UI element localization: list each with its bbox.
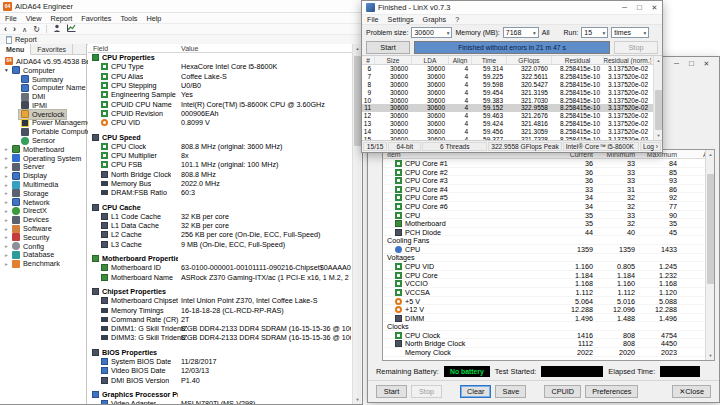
sidebar-tree-item[interactable]: Network: [0, 198, 86, 207]
field-row[interactable]: L2 Cache 256 KB per core (On-Die, ECC, F…: [88, 230, 352, 239]
result-row[interactable]: 13 30600 30600 4 59.424 321.4816 8.25841…: [362, 120, 662, 128]
aida64-titlebar[interactable]: AIDA64 Engineer: [0, 0, 362, 13]
sensor-row[interactable]: North Bridge Clock 1112 808 4450 4375.8: [383, 339, 714, 348]
sensor-row[interactable]: +12 V 12.288 12.096 12.288 12.202: [383, 305, 714, 314]
sidebar-tree-item[interactable]: Server: [0, 163, 86, 172]
field-row[interactable]: Memory Timings 16-18-18-28 (CL-RCD-RP-RA…: [88, 305, 352, 314]
scrollbar-thumb[interactable]: [707, 174, 714, 284]
tree-expander-icon[interactable]: [3, 190, 10, 196]
menu-item[interactable]: File: [367, 15, 379, 24]
field-row[interactable]: Chipset Properties: [88, 287, 352, 296]
menu-item[interactable]: Favorites: [81, 14, 111, 23]
field-row[interactable]: Video BIOS Date 12/03/13: [88, 366, 352, 375]
tree-expander-icon[interactable]: [3, 146, 10, 152]
field-row[interactable]: L1 Code Cache 32 KB per core: [88, 212, 352, 221]
field-row[interactable]: CPU Type HexaCore Intel Core i5-8600K: [88, 62, 352, 71]
field-row[interactable]: Command Rate (CR) 2T: [88, 315, 352, 324]
tab-favorites[interactable]: Favorites: [31, 44, 73, 54]
sidebar-tree-item[interactable]: Portable Computer: [0, 127, 86, 136]
field-row[interactable]: CPU FSB 101.1 MHz (original: 100 MHz): [88, 160, 352, 169]
back-icon[interactable]: [4, 24, 7, 34]
sensor-row[interactable]: Motherboard 35 32 35 34.4: [383, 219, 714, 228]
field-row[interactable]: Motherboard Name ASRock Z370 Gaming-ITX/…: [88, 273, 352, 282]
sensor-row[interactable]: CPU 35 33 90 73.9: [383, 211, 714, 220]
result-row[interactable]: 9 30600 30600 4 59.454 321.3195 8.258415…: [362, 88, 662, 96]
field-row[interactable]: DRAM:FSB Ratio 60:3: [88, 188, 352, 197]
close-button[interactable]: [699, 58, 714, 69]
scroll-down-icon[interactable]: [353, 395, 362, 404]
minimize-button[interactable]: [669, 58, 684, 69]
sensor-row[interactable]: VCCIO 1.168 1.160 1.168 1.167: [383, 279, 714, 288]
sensor-row[interactable]: CPU Core #2 36 33 85 68.3: [383, 168, 714, 177]
field-row[interactable]: DIMM3: G Skill TridentZ F4-3... 8 GB DDR…: [88, 333, 352, 342]
sensor-row[interactable]: CPU Core #4 33 31 86 67.9: [383, 185, 714, 194]
run-select[interactable]: 15: [581, 27, 608, 38]
tree-expander-icon[interactable]: [3, 226, 10, 232]
field-row[interactable]: CPU Multiplier 8x: [88, 151, 352, 160]
field-row[interactable]: Memory Bus 2022.0 MHz: [88, 179, 352, 188]
sidebar-tree-item[interactable]: Database: [0, 251, 86, 260]
sidebar-tree-item[interactable]: Sensor: [0, 136, 86, 145]
sensor-row[interactable]: VCCSA 1.112 1.112 1.120 1.120: [383, 288, 714, 297]
sidebar-tree-item[interactable]: Devices: [0, 215, 86, 224]
sidebar-tree-item[interactable]: Multimedia: [0, 180, 86, 189]
field-row[interactable]: North Bridge Clock 808.8 MHz: [88, 170, 352, 179]
sensor-row[interactable]: Cooling Fans: [383, 236, 714, 245]
maximize-button[interactable]: [632, 2, 647, 13]
result-row[interactable]: 11 30600 30600 4 59.152 322.9558 8.25841…: [362, 104, 662, 112]
sidebar-tree-item[interactable]: Security: [0, 233, 86, 242]
tab-menu[interactable]: Menu: [0, 44, 31, 55]
sensor-row[interactable]: CPU Core #1 36 33 84 65.9: [383, 159, 714, 168]
sidebar-tree-item[interactable]: DMI: [0, 92, 86, 101]
field-row[interactable]: DMI BIOS Version P1.40: [88, 376, 352, 385]
user-icon[interactable]: [53, 24, 61, 34]
result-row[interactable]: 6 30600 30600 4 59.314 322.0760 8.258415…: [362, 65, 662, 73]
close-button[interactable]: Close: [672, 385, 711, 398]
field-row[interactable]: CPU Alias Coffee Lake-S: [88, 72, 352, 81]
tree-expander-icon[interactable]: [3, 243, 10, 249]
save-button[interactable]: Save: [495, 385, 526, 398]
menu-item[interactable]: Settings: [388, 15, 414, 24]
field-row[interactable]: DIMM1: G Skill TridentZ F4-3... 8 GB DDR…: [88, 324, 352, 333]
sensor-row[interactable]: Clocks: [383, 322, 714, 331]
sensor-row[interactable]: Voltages: [383, 254, 714, 263]
preferences-button[interactable]: Preferences: [585, 385, 638, 398]
sensor-scrollbar[interactable]: [705, 150, 714, 360]
scroll-up-icon[interactable]: [706, 150, 715, 159]
scrollbar-thumb[interactable]: [655, 90, 662, 130]
field-row[interactable]: L3 Cache 9 MB (On-Die, ECC, Full-Speed): [88, 240, 352, 249]
sidebar-tree-item[interactable]: Overclock: [0, 110, 86, 119]
sensor-row[interactable]: CPU Core 1.184 1.184 1.232 1.210: [383, 271, 714, 280]
result-row[interactable]: 14 30600 30600 4 59.456 321.3059 8.25841…: [362, 127, 662, 135]
sidebar-tree-item[interactable]: Operating System: [0, 154, 86, 163]
field-row[interactable]: CPUID Revision 000906EAh: [88, 109, 352, 118]
cpuid-button[interactable]: CPUID: [544, 385, 581, 398]
sensor-row[interactable]: CPU Core #5 34 32 92 71.3: [383, 193, 714, 202]
sidebar-tree-item[interactable]: Power Management: [0, 119, 86, 128]
scroll-down-icon[interactable]: [706, 351, 715, 360]
sensor-row[interactable]: Memory Clock 2022 2020 2023 2021.6: [383, 348, 714, 357]
report-button[interactable]: Report: [15, 35, 37, 44]
result-row[interactable]: 12 30600 30600 4 59.463 321.2676 8.25841…: [362, 112, 662, 120]
sensor-row[interactable]: +5 V 5.064 5.016 5.088 5.035: [383, 297, 714, 306]
menu-item[interactable]: Report: [50, 14, 72, 23]
sidebar-tree-item[interactable]: IPMI: [0, 101, 86, 110]
main-pane-scrollbar[interactable]: [352, 44, 361, 404]
sidebar-tree-item[interactable]: Config: [0, 242, 86, 251]
tree-expander-icon[interactable]: [3, 234, 10, 240]
chart-icon[interactable]: [67, 24, 76, 34]
field-row[interactable]: BIOS Properties: [88, 348, 352, 357]
sidebar-tree-item[interactable]: Benchmark: [0, 259, 86, 268]
menu-item[interactable]: Help: [146, 14, 161, 23]
close-button[interactable]: [647, 2, 662, 13]
sidebar-tree-item[interactable]: Computer Name: [0, 83, 86, 92]
sidebar-tree-item[interactable]: AIDA64 v5.95.4538 Beta: [0, 57, 86, 66]
clear-button[interactable]: Clear: [460, 385, 491, 398]
field-row[interactable]: CPU Cache: [88, 202, 352, 211]
linx-table-scrollbar[interactable]: [653, 56, 662, 140]
tree-expander-icon[interactable]: [3, 155, 10, 161]
sidebar-tree-item[interactable]: Display: [0, 171, 86, 180]
field-row[interactable]: System BIOS Date 11/28/2017: [88, 357, 352, 366]
field-row[interactable]: CPU Clock 808.8 MHz (original: 3600 MHz): [88, 142, 352, 151]
start-button[interactable]: Start: [376, 385, 407, 398]
